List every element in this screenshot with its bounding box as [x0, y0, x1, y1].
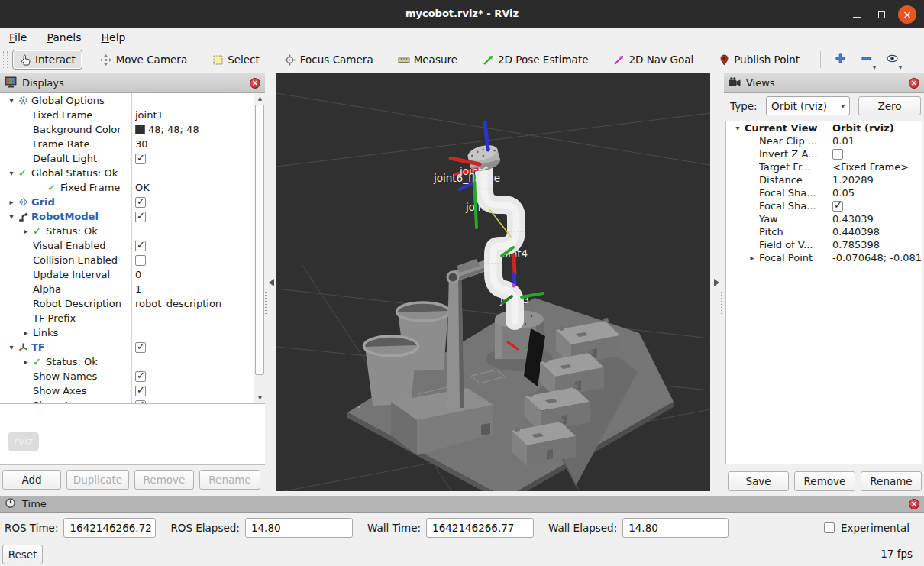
tree-row-global-options[interactable]: ▾Global Options: [0, 93, 254, 108]
tree-row-yaw[interactable]: Yaw0.43039: [726, 212, 922, 225]
maximize-button[interactable]: [872, 5, 890, 24]
rename-button[interactable]: Rename: [861, 471, 922, 491]
time-field-input-wall-time[interactable]: [426, 518, 534, 538]
close-button[interactable]: ×: [898, 5, 916, 24]
3d-viewport-scene[interactable]: joint5joint3: [276, 73, 710, 491]
property-value[interactable]: [832, 199, 843, 212]
tree-row-visual-enabled[interactable]: Visual Enabled: [0, 238, 254, 253]
expander-icon[interactable]: ▾: [5, 343, 18, 351]
checkbox[interactable]: [135, 197, 146, 208]
collapse-left-icon[interactable]: [269, 279, 274, 286]
tree-row-field-of-v[interactable]: Field of V...0.785398: [726, 238, 922, 251]
expander-icon[interactable]: ▾: [731, 124, 745, 132]
right-splitter[interactable]: [710, 73, 724, 496]
tree-row-robotmodel[interactable]: ▾RobotModel: [0, 209, 254, 224]
tool-interact[interactable]: Interact: [12, 50, 82, 70]
property-value[interactable]: [135, 253, 146, 267]
tree-row-links[interactable]: ▸Links: [0, 325, 254, 340]
tree-row-show-names[interactable]: Show Names: [0, 369, 254, 383]
experimental-checkbox[interactable]: [824, 522, 835, 533]
property-value[interactable]: 0.440398: [832, 225, 880, 238]
tool-2d-pose-estimate[interactable]: 2D Pose Estimate: [475, 50, 595, 70]
property-value[interactable]: [135, 340, 146, 354]
property-value[interactable]: -0.070648; -0.0814: [832, 251, 922, 264]
property-value[interactable]: [135, 151, 146, 166]
property-value[interactable]: 30: [135, 137, 148, 151]
tool-select[interactable]: Select: [205, 50, 267, 70]
property-value[interactable]: [135, 195, 146, 209]
property-value[interactable]: 1.20289: [832, 173, 874, 186]
checkbox[interactable]: [135, 212, 146, 222]
time-field-input-wall-elapsed[interactable]: [622, 518, 729, 538]
tree-row-collision-enabled[interactable]: Collision Enabled: [0, 253, 254, 267]
chevron-down-icon[interactable]: ▾: [873, 64, 876, 71]
property-value[interactable]: <Fixed Frame>: [832, 160, 909, 173]
scrollbar-thumb[interactable]: [255, 105, 264, 375]
property-value[interactable]: 48; 48; 48: [135, 122, 199, 137]
tree-row-status-ok[interactable]: ▸✓Status: Ok: [0, 224, 254, 238]
property-value[interactable]: 0: [135, 267, 141, 282]
checkbox[interactable]: [135, 386, 146, 396]
tree-row-focal-point[interactable]: ▸Focal Point-0.070648; -0.0814: [726, 251, 922, 264]
expander-icon[interactable]: ▸: [19, 328, 33, 337]
scroll-up-icon[interactable]: ▲: [254, 93, 265, 104]
time-panel-header[interactable]: Time ×: [0, 496, 924, 513]
add-tool-button[interactable]: [830, 50, 850, 70]
tool-2d-nav-goal[interactable]: 2D Nav Goal: [606, 50, 701, 70]
tree-row-show-axes[interactable]: Show Axes: [0, 383, 254, 398]
property-value[interactable]: [135, 383, 146, 398]
tree-row-tf[interactable]: ▾TF: [0, 340, 254, 354]
remove-button[interactable]: Remove: [794, 471, 855, 491]
add-button[interactable]: Add: [2, 470, 61, 490]
tree-row-frame-rate[interactable]: Frame Rate30: [0, 137, 254, 151]
views-panel-header[interactable]: Views ×: [724, 73, 924, 93]
time-close-icon[interactable]: ×: [909, 499, 919, 509]
expander-icon[interactable]: ▸: [19, 357, 33, 366]
toolbar-drag-handle[interactable]: [3, 51, 8, 68]
property-value[interactable]: 0.05: [832, 186, 855, 199]
save-button[interactable]: Save: [728, 471, 789, 491]
remove-tool-button[interactable]: ▾: [856, 50, 876, 70]
tree-row-focal-sha[interactable]: Focal Sha...0.05: [726, 186, 922, 199]
expander-icon[interactable]: ▾: [5, 169, 18, 177]
property-value[interactable]: 0.01: [832, 134, 855, 147]
property-value[interactable]: 0.785398: [832, 238, 880, 251]
tree-row-default-light[interactable]: Default Light: [0, 151, 254, 166]
tree-row-invert-z-a[interactable]: Invert Z A...: [726, 147, 922, 160]
tool-visibility-button[interactable]: ▾: [882, 50, 902, 70]
property-value[interactable]: 1: [135, 282, 141, 296]
property-value[interactable]: 0.43039: [832, 212, 874, 225]
tree-row-global-status-ok[interactable]: ▾✓Global Status: Ok: [0, 166, 254, 180]
property-value[interactable]: OK: [135, 180, 150, 195]
tree-row-pitch[interactable]: Pitch0.440398: [726, 225, 922, 238]
property-value[interactable]: Orbit (rviz): [832, 121, 894, 134]
zero-button[interactable]: Zero: [858, 96, 921, 115]
time-field-input-ros-time[interactable]: [63, 518, 156, 538]
tree-row-target-fr[interactable]: Target Fr...<Fixed Frame>: [726, 160, 922, 173]
tree-row-current-view[interactable]: ▾Current ViewOrbit (rviz): [726, 121, 922, 134]
checkbox[interactable]: [135, 255, 146, 266]
checkbox[interactable]: [832, 149, 843, 160]
scroll-down-icon[interactable]: ▼: [254, 393, 265, 403]
view-type-dropdown[interactable]: Orbit (rviz) ▾: [766, 96, 850, 115]
checkbox[interactable]: [135, 371, 146, 382]
3d-viewport[interactable]: joint5joint3: [276, 73, 710, 491]
time-field-input-ros-elapsed[interactable]: [245, 518, 353, 538]
tree-row-background-color[interactable]: Background Color48; 48; 48: [0, 122, 254, 137]
menu-item-panels[interactable]: Panels: [47, 31, 81, 44]
checkbox[interactable]: [135, 241, 146, 251]
displays-scrollbar[interactable]: ▲ ▼: [254, 93, 265, 403]
tree-row-grid[interactable]: ▸Grid: [0, 195, 254, 209]
property-value[interactable]: [135, 369, 146, 383]
splitter-grip[interactable]: [265, 292, 267, 315]
views-close-icon[interactable]: ×: [909, 78, 919, 89]
splitter-grip[interactable]: [721, 292, 722, 315]
checkbox[interactable]: [135, 342, 146, 353]
collapse-right-icon[interactable]: [714, 279, 719, 286]
checkbox[interactable]: [832, 201, 843, 212]
displays-close-icon[interactable]: ×: [250, 78, 260, 89]
expander-icon[interactable]: ▸: [745, 254, 759, 262]
displays-panel-header[interactable]: Displays ×: [0, 73, 265, 93]
tree-row-alpha[interactable]: Alpha1: [0, 282, 254, 296]
chevron-down-icon[interactable]: ▾: [899, 64, 902, 71]
